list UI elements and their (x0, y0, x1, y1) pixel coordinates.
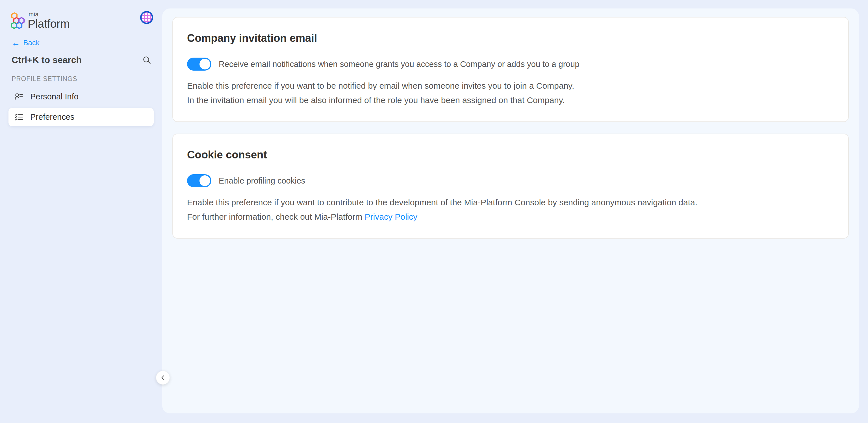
toggle-row: Enable profiling cookies (187, 174, 834, 187)
card-company-invitation-email: Company invitation email Receive email n… (173, 17, 849, 122)
description-line: For further information, check out Mia-P… (187, 212, 365, 221)
search-icon (143, 56, 151, 64)
brand-logo: mia Platform (11, 11, 70, 30)
sidebar-item-preferences[interactable]: Preferences (8, 108, 154, 126)
toggle-row: Receive email notifications when someone… (187, 58, 834, 71)
toggle-label: Receive email notifications when someone… (219, 60, 580, 69)
brand-platform-label: Platform (28, 18, 70, 30)
checklist-icon (14, 112, 24, 122)
card-description: Enable this preference if you want to be… (187, 78, 834, 107)
company-invitation-email-toggle[interactable] (187, 58, 211, 71)
sidebar-nav: Personal Info Preferences (8, 88, 154, 126)
sidebar-item-label: Preferences (30, 112, 74, 122)
sidebar-item-label: Personal Info (30, 92, 79, 101)
search-trigger[interactable]: Ctrl+K to search (11, 55, 151, 65)
profiling-cookies-toggle[interactable] (187, 174, 211, 187)
toggle-label: Enable profiling cookies (219, 176, 305, 186)
description-line: Enable this preference if you want to co… (187, 198, 698, 207)
card-cookie-consent: Cookie consent Enable profiling cookies … (173, 134, 849, 238)
user-detail-icon (14, 92, 24, 101)
sidebar: mia Platform ← Back Ctrl+K to (0, 0, 162, 423)
card-title: Company invitation email (187, 32, 834, 44)
user-avatar[interactable] (140, 11, 153, 24)
brand-mia-label: mia (29, 11, 70, 18)
sidebar-item-personal-info[interactable]: Personal Info (8, 88, 154, 106)
back-arrow-icon: ← (11, 39, 20, 46)
sidebar-section-label: PROFILE SETTINGS (11, 75, 78, 83)
back-label: Back (23, 38, 39, 47)
back-link[interactable]: ← Back (11, 38, 39, 47)
description-line: In the invitation email you will be also… (187, 95, 565, 105)
mia-platform-logo-icon (11, 12, 25, 29)
card-title: Cookie consent (187, 148, 834, 161)
search-placeholder: Ctrl+K to search (11, 55, 82, 65)
brand-text: mia Platform (28, 11, 70, 30)
description-line: Enable this preference if you want to be… (187, 81, 574, 90)
card-description: Enable this preference if you want to co… (187, 195, 834, 224)
sidebar-collapse-button[interactable] (156, 371, 170, 385)
chevron-left-icon (159, 374, 167, 382)
main-panel: Company invitation email Receive email n… (162, 8, 859, 413)
privacy-policy-link[interactable]: Privacy Policy (365, 212, 417, 221)
